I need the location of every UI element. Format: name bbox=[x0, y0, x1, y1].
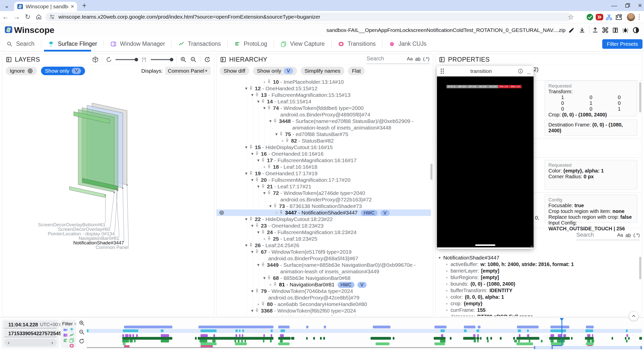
surface-flinger-segment[interactable] bbox=[235, 329, 238, 332]
site-settings-icon[interactable] bbox=[49, 14, 55, 20]
collapse-panel-icon[interactable] bbox=[220, 57, 226, 63]
protolog-segment[interactable] bbox=[487, 340, 489, 342]
screen-recording-segment[interactable] bbox=[517, 326, 539, 328]
transactions-segment[interactable] bbox=[585, 337, 594, 340]
view-capture-segment[interactable] bbox=[434, 342, 445, 345]
window-manager-segment[interactable] bbox=[519, 334, 520, 337]
protolog-segment[interactable] bbox=[591, 340, 594, 342]
tree-row[interactable]: ▼74- WindowToken{fdddbe6 type=2000 andro… bbox=[217, 105, 431, 118]
transactions-segment[interactable] bbox=[434, 337, 445, 340]
property-row[interactable]: ●activeBuffer: w: 1080, h: 2400, stride:… bbox=[438, 261, 639, 268]
timeline-zoom-out-icon[interactable] bbox=[79, 329, 85, 335]
properties-tree[interactable]: ▼NotificationShade#3447●activeBuffer: w:… bbox=[438, 254, 639, 316]
screen-recording-segment[interactable] bbox=[478, 326, 480, 328]
screen-recording-segment[interactable] bbox=[278, 326, 289, 328]
edit-icon[interactable] bbox=[567, 26, 576, 35]
tab-transactions[interactable]: Transactions bbox=[172, 37, 227, 51]
tree-row[interactable]: ▼19- OneHanded:17:17#19 bbox=[217, 170, 431, 177]
tree-row[interactable]: ●18- Leaf:16:16#18 bbox=[217, 164, 431, 170]
pin-icon[interactable] bbox=[255, 308, 260, 312]
collapse-filter-icon[interactable] bbox=[74, 321, 76, 326]
pin-icon[interactable] bbox=[273, 118, 278, 123]
window-manager-segment[interactable] bbox=[200, 334, 208, 337]
dark-mode-icon[interactable] bbox=[631, 26, 640, 35]
new-tab-button[interactable]: + bbox=[80, 2, 89, 10]
protolog-segment[interactable] bbox=[241, 340, 243, 342]
extension-scissors-icon[interactable] bbox=[605, 13, 613, 21]
expand-caret-icon[interactable]: ▼ bbox=[250, 308, 255, 314]
regex-toggle[interactable]: (.*) bbox=[633, 232, 640, 238]
home-icon[interactable] bbox=[33, 11, 44, 22]
protolog-segment[interactable] bbox=[541, 340, 543, 342]
layer-3d-label[interactable]: Common Panel bbox=[96, 245, 129, 250]
expand-caret-icon[interactable]: ▼ bbox=[268, 203, 273, 209]
protolog-segment[interactable] bbox=[280, 340, 283, 342]
transactions-segment[interactable] bbox=[371, 337, 391, 340]
transactions-segment[interactable] bbox=[549, 337, 570, 340]
surface-flinger-segment[interactable] bbox=[440, 329, 445, 332]
surface-flinger-segment[interactable] bbox=[161, 329, 164, 332]
window-manager-segment[interactable] bbox=[263, 334, 265, 337]
transactions-trace-icon[interactable] bbox=[69, 333, 74, 337]
tree-row[interactable]: ●81- NavigationBar0#81HWCV bbox=[217, 281, 431, 288]
bookmark-star-icon[interactable]: ☆ bbox=[568, 13, 574, 21]
pin-icon[interactable] bbox=[261, 262, 266, 267]
tree-row[interactable]: ▼24- FullscreenMagnification:18:23#24 bbox=[217, 229, 431, 236]
surface-flinger-segment[interactable] bbox=[200, 329, 217, 332]
surface-flinger-segment[interactable] bbox=[527, 329, 529, 332]
surface-flinger-segment[interactable] bbox=[123, 329, 138, 332]
surface-flinger-segment[interactable] bbox=[464, 329, 467, 332]
window-manager-segment[interactable] bbox=[132, 334, 134, 337]
window-manager-segment[interactable] bbox=[587, 334, 590, 337]
extensions-puzzle-icon[interactable] bbox=[615, 13, 622, 21]
property-row[interactable]: ●bufferTransform: IDENTITY bbox=[438, 287, 639, 294]
screen-recording-segment[interactable] bbox=[124, 326, 172, 328]
layers-3d-canvas[interactable]: ScreenDecorOverlayBottom#61ScreenDecorOv… bbox=[2, 77, 214, 316]
transactions-segment[interactable] bbox=[320, 337, 322, 340]
transactions-segment[interactable] bbox=[513, 337, 515, 340]
pin-icon[interactable] bbox=[255, 177, 260, 182]
property-row[interactable]: ●color: (0, 0, 0), alpha: 1 bbox=[438, 294, 639, 300]
screen-recording-segment[interactable] bbox=[373, 326, 391, 328]
surface-flinger-segment[interactable] bbox=[280, 329, 285, 332]
tree-row[interactable]: ▼20- FullscreenMagnification:17:17#20 bbox=[217, 177, 431, 183]
collapse-panel-icon[interactable] bbox=[6, 57, 12, 63]
surface-flinger-segment[interactable] bbox=[242, 329, 244, 332]
protolog-segment[interactable] bbox=[199, 340, 207, 342]
transitions-trace-icon[interactable] bbox=[69, 343, 74, 348]
transactions-segment[interactable] bbox=[278, 337, 291, 340]
surface-flinger-segment[interactable] bbox=[476, 329, 479, 332]
window-manager-segment[interactable] bbox=[136, 334, 138, 337]
properties-tree-scrollbar[interactable] bbox=[639, 257, 641, 279]
property-row[interactable]: ●currFrame: 155 bbox=[438, 307, 639, 313]
expand-caret-icon[interactable]: ▼ bbox=[244, 144, 249, 151]
window-minimize-icon[interactable]: — bbox=[611, 2, 617, 9]
screen-recording-segment[interactable] bbox=[324, 326, 326, 328]
view-capture-segment[interactable] bbox=[200, 342, 217, 345]
tree-row[interactable]: ▼3449- Surface(name=885b63e NavigationBa… bbox=[217, 262, 431, 275]
window-manager-segment[interactable] bbox=[441, 334, 443, 337]
expand-caret-icon[interactable]: ▼ bbox=[244, 85, 249, 92]
pin-icon[interactable] bbox=[255, 249, 260, 253]
transactions-segment[interactable] bbox=[625, 337, 627, 340]
surface-flinger-segment[interactable] bbox=[550, 329, 566, 332]
tab-transitions[interactable]: Transitions bbox=[332, 37, 382, 51]
tree-row[interactable]: ●3447- NotificationShade#3447HWCV bbox=[217, 209, 431, 216]
transactions-segment[interactable] bbox=[323, 337, 325, 340]
window-manager-segment[interactable] bbox=[213, 334, 215, 337]
transactions-segment[interactable] bbox=[450, 337, 452, 340]
window-manager-segment[interactable] bbox=[239, 334, 241, 337]
tree-row[interactable]: ▼72- WindowToken{a2746de type=2040 andro… bbox=[217, 190, 431, 203]
ignore-button[interactable]: Ignore bbox=[6, 67, 37, 75]
pin-icon[interactable] bbox=[249, 243, 254, 247]
surface-flinger-segment[interactable] bbox=[239, 329, 241, 332]
protolog-segment[interactable] bbox=[474, 340, 476, 342]
collapse-panel-icon[interactable] bbox=[439, 57, 445, 63]
tree-row[interactable]: ●10- ImePlaceholder:13:14#10 bbox=[217, 79, 431, 85]
report-bug-icon[interactable] bbox=[621, 26, 630, 35]
protolog-segment[interactable] bbox=[134, 340, 136, 342]
pin-icon[interactable] bbox=[261, 158, 266, 162]
pin-icon[interactable] bbox=[255, 92, 260, 97]
simplify-names-button[interactable]: Simplify names bbox=[301, 67, 344, 75]
timeline-range-selection[interactable] bbox=[534, 346, 642, 349]
